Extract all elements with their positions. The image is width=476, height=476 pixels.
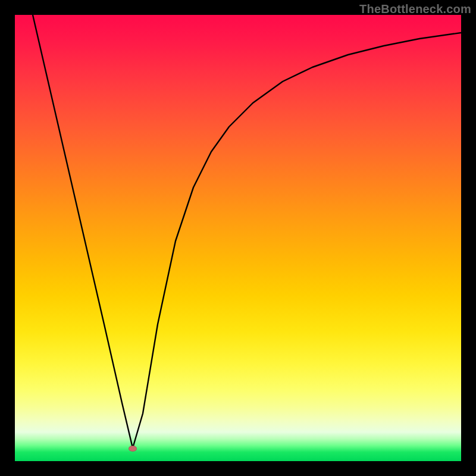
chart-background-gradient (15, 15, 461, 461)
chart-frame (15, 15, 461, 461)
optimal-point-marker (129, 446, 137, 452)
watermark-text: TheBottleneck.com (359, 2, 471, 16)
